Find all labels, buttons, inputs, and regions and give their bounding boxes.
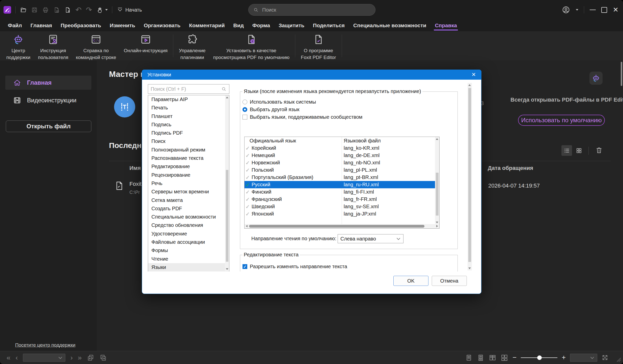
language-row-Немецкий[interactable]: ✓Немецкийlang_de-DE.xml (245, 152, 435, 159)
dialog-scrollbar-thumb[interactable] (468, 88, 471, 262)
save-icon[interactable] (31, 7, 38, 13)
ribbon-support-center-button[interactable]: Центрподдержки (3, 31, 34, 60)
menu-item-Защитить[interactable]: Защитить (274, 20, 309, 31)
language-row-Русский[interactable]: ✓Русскийlang_ru-RU.xml (245, 181, 435, 188)
ribbon-command-line-help-button[interactable]: C:\Справка покомандной строке (72, 31, 120, 60)
global-search-box[interactable] (248, 4, 375, 16)
checkbox-allow-text-direction[interactable]: ✓ Разрешить изменять направление текста (242, 264, 347, 269)
radio-checked-icon[interactable] (242, 107, 247, 112)
table-vscrollbar[interactable] (435, 137, 439, 225)
previous-page-icon[interactable]: ‹ (16, 354, 18, 361)
menu-item-Справка[interactable]: Справка (430, 20, 461, 31)
checkbox-icon[interactable] (242, 115, 247, 119)
date-column-header[interactable]: Дата обращения (488, 165, 533, 171)
scroll-down-icon[interactable] (226, 268, 228, 270)
maximize-button[interactable] (601, 7, 607, 13)
menu-item-Форма[interactable]: Форма (248, 20, 274, 31)
category-Подпись PDF[interactable]: Подпись PDF (148, 129, 229, 137)
zoom-level-select[interactable] (570, 354, 597, 362)
category-Распознавание текста[interactable]: Распознавание текста (148, 154, 229, 162)
account-dropdown-icon[interactable] (576, 9, 578, 11)
language-row-Японский[interactable]: ✓Японскийlang_ja-JP.xml (245, 210, 435, 218)
language-row-Шведский[interactable]: ✓Шведскийlang_sv-SE.xml (245, 203, 435, 210)
checkbox-checked-icon[interactable]: ✓ (242, 264, 247, 269)
fullscreen-icon[interactable] (602, 354, 608, 361)
close-button[interactable]: ✕ (613, 7, 618, 13)
category-Файловые ассоциации[interactable]: Файловые ассоциации (148, 238, 229, 246)
use-as-default-button[interactable]: Использовать по умолчанию (518, 115, 605, 126)
category-Средство обновления[interactable]: Средство обновления (148, 221, 229, 229)
undo-icon[interactable]: ↶ (75, 7, 82, 13)
menu-item-Специальные возможности[interactable]: Специальные возможности (349, 20, 430, 31)
category-Печать[interactable]: Печать (148, 104, 229, 112)
category-Поиск[interactable]: Поиск (148, 137, 229, 145)
category-Специальные возможности[interactable]: Специальные возможности (148, 213, 229, 221)
category-Редактирование[interactable]: Редактирование (148, 162, 229, 171)
preferences-search-input[interactable] (148, 86, 221, 92)
ribbon-set-default-viewer-button[interactable]: Установить в качествепросмотрщика PDF по… (209, 31, 293, 60)
menu-item-Файл[interactable]: Файл (4, 20, 26, 31)
language-row-Норвежский[interactable]: ✓Норвежскийlang_nb-NO.xml (245, 159, 435, 166)
category-Серверы меток времени[interactable]: Серверы меток времени (148, 188, 229, 196)
ai-assistant-button[interactable] (589, 72, 603, 85)
language-row-Португальский (Бразилия)[interactable]: ✓Португальский (Бразилия)lang_pt-BR.xml (245, 174, 435, 181)
category-Языки[interactable]: Языки (148, 263, 229, 271)
name-column-header[interactable]: Имя (129, 165, 141, 171)
table-hscrollbar-thumb[interactable] (249, 225, 424, 228)
category-scrollbar-thumb[interactable] (226, 170, 228, 262)
dialog-scrollbar[interactable] (468, 83, 472, 270)
table-hscrollbar[interactable] (245, 224, 439, 228)
pdf-file-icon[interactable] (114, 179, 124, 193)
checkbox-community-languages[interactable]: Выбрать языки, поддерживаемые сообщество… (242, 114, 362, 120)
ribbon-manage-plugins-button[interactable]: Управлениеплагинами (175, 31, 209, 60)
language-row-Корейский[interactable]: ✓Корейскийlang_ko-KR.xml (245, 144, 435, 152)
category-Сетка макета[interactable]: Сетка макета (148, 196, 229, 204)
category-Подпись[interactable]: Подпись (148, 120, 229, 129)
language-row-Французский[interactable]: ✓Французскийlang_fr-FR.xml (245, 196, 435, 203)
menu-item-Поделиться[interactable]: Поделиться (309, 20, 349, 31)
recent-file-name[interactable]: Foxit (129, 181, 142, 187)
continuous-view-icon[interactable] (477, 354, 484, 361)
hand-tool-dropdown-icon[interactable] (105, 9, 108, 11)
list-view-button[interactable] (561, 145, 572, 156)
category-Формы[interactable]: Формы (148, 246, 229, 255)
category-Параметры AIP[interactable]: Параметры AIP (148, 95, 229, 104)
radio-choose-language[interactable]: Выбрать другой язык (242, 107, 300, 112)
scroll-down-icon[interactable] (468, 267, 471, 269)
new-document-icon[interactable] (64, 7, 71, 13)
single-page-view-icon[interactable] (465, 354, 473, 361)
language-row-Финский[interactable]: ✓Финскийlang_fi-FI.xml (245, 188, 435, 196)
facing-view-icon[interactable] (489, 354, 496, 361)
scroll-right-icon[interactable] (436, 225, 438, 227)
resize-grip-icon[interactable] (616, 357, 621, 362)
open-file-icon[interactable] (20, 7, 27, 13)
scroll-up-icon[interactable] (468, 84, 471, 86)
cancel-button[interactable]: Отмена (432, 276, 467, 286)
sidebar-item-home[interactable]: Главная (5, 76, 91, 90)
category-Полноэкранный режим[interactable]: Полноэкранный режим (148, 146, 229, 154)
page-number-select[interactable] (23, 354, 65, 362)
category-Создать PDF[interactable]: Создать PDF (148, 204, 229, 213)
global-search-input[interactable] (262, 7, 371, 13)
radio-system-language[interactable]: Использовать язык системы (242, 99, 316, 105)
grid-view-icon[interactable] (576, 147, 582, 154)
reading-direction-select[interactable]: Слева направо (338, 234, 403, 243)
ribbon-online-tutorial-button[interactable]: Онлайн-инструкция (120, 31, 171, 60)
open-file-button[interactable]: Открыть файл (6, 120, 91, 132)
menu-item-Комментарий[interactable]: Комментарий (185, 20, 229, 31)
hand-tool-button[interactable] (96, 7, 108, 13)
category-Планшет[interactable]: Планшет (148, 112, 229, 120)
category-Чтение[interactable]: Чтение (148, 255, 229, 263)
close-document-icon[interactable] (53, 7, 60, 13)
menu-item-Вид[interactable]: Вид (229, 20, 248, 31)
minimize-button[interactable] (590, 10, 596, 10)
zoom-slider-handle[interactable] (537, 355, 542, 360)
table-vscrollbar-thumb[interactable] (436, 173, 439, 216)
next-page-icon[interactable]: › (70, 354, 73, 361)
support-center-link[interactable]: Посетите центр поддержки (15, 342, 75, 348)
category-Удостоверение[interactable]: Удостоверение (148, 230, 229, 238)
zoom-in-button[interactable]: + (562, 354, 566, 361)
tool-wizard-button[interactable] (114, 96, 135, 117)
menu-item-Изменить[interactable]: Изменить (105, 20, 140, 31)
menu-item-Организовать[interactable]: Организовать (140, 20, 185, 31)
